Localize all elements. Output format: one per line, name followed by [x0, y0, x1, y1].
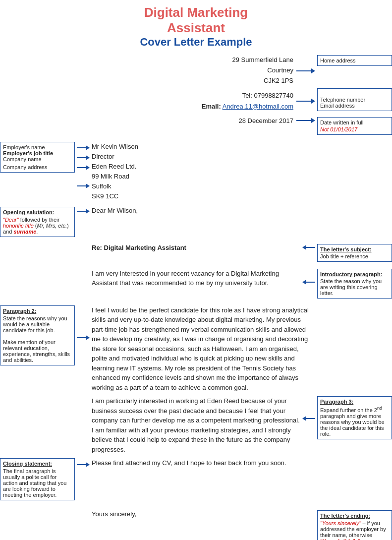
para3-val: I am particularly interested in working …: [92, 397, 300, 453]
date-value: 28 December 2017: [238, 117, 293, 124]
employer-title-val: Director: [92, 153, 114, 160]
subject-ann-body-text: Job title + reference: [320, 253, 368, 259]
address-line3: CJK2 1PS: [264, 77, 293, 84]
para1-val: I am very interested in your recent vaca…: [92, 270, 279, 287]
employer-addr1-val: 99 Milk Road: [92, 173, 129, 180]
not-date: Not 01/01/2017: [320, 126, 389, 132]
employer-name-ann: Employer's name: [3, 144, 45, 150]
para3-ann-title: Paragraph 3:: [320, 399, 389, 405]
employer-title: Director: [92, 152, 315, 162]
subject-text: Re: Digital Marketing Assistant: [92, 244, 302, 251]
salutation-title-text: Opening salutation:: [3, 209, 54, 215]
yours-sincerely-text: "Yours sincerely": [320, 520, 361, 526]
subject-val: Re: Digital Marketing Assistant: [92, 244, 186, 251]
salutation-arrow: [77, 207, 90, 214]
not-date-text: Not 01/01/2017: [320, 126, 357, 132]
home-address-text: 29 Summerfield Lane Courtney CJK2 1PS: [197, 55, 296, 86]
para3-ann-body: Expand further on the 2nd paragraph and …: [320, 406, 389, 437]
tel-line: Tel: 07998827740: [197, 90, 293, 101]
para3-ann-box: Paragraph 3: Expand further on the 2nd p…: [317, 396, 392, 439]
para1-ann-col: Introductory paragraph: State the reason…: [315, 269, 392, 301]
para4-val: Please find attached my CV, and I hope t…: [92, 459, 286, 467]
header-line2: Assistant: [167, 20, 225, 35]
intro-ann-title-text: Introductory paragraph:: [320, 271, 382, 277]
para3-row: I am particularly interested in working …: [0, 396, 392, 454]
employer-name-val: Mr Kevin Wilson: [92, 143, 138, 150]
employer-title-ann: Employer's job title: [3, 150, 53, 156]
para1-ann-box: Introductory paragraph: State the reason…: [317, 269, 392, 299]
para4-left-arrow: [77, 462, 90, 467]
header-line3: Cover Letter Example: [140, 36, 252, 48]
date-ann: Date written in full Not 01/01/2017: [315, 117, 392, 138]
salutation-text: Dear Mr Wilson,: [92, 207, 315, 214]
para2-ann-box: Paragraph 2: State the reasons why you w…: [0, 305, 75, 365]
home-address-label: Home address: [320, 58, 356, 63]
tel-email-box: Telephone number Email address: [317, 88, 392, 111]
intro-ann-body-text: State the reason why you are writing thi…: [320, 278, 382, 296]
para4-row: Closing statement: The final paragraph i…: [0, 458, 392, 503]
closing-text: Yours sincerely,: [92, 510, 315, 518]
para4-ann-col: Closing statement: The final paragraph i…: [0, 458, 77, 503]
arrow-emp-title: [77, 153, 90, 163]
para2-ann-title-text: Paragraph 2:: [3, 308, 36, 314]
header-section: Digital Marketing Assistant Cover Letter…: [0, 0, 392, 53]
subject-ann-box: The letter's subject: Job title + refere…: [317, 244, 392, 262]
address-left-spacer: [0, 55, 197, 86]
salutation-body: "Dear" followed by their honorific title…: [3, 217, 72, 235]
employer-company: Eden Reed Ltd.: [92, 162, 315, 172]
header-line1: Digital Marketing: [144, 5, 248, 20]
closing-ann-body: The final paragraph is usually a polite …: [3, 468, 72, 498]
subject-right-arrow: [302, 245, 315, 250]
para2-ann-title: Paragraph 2:: [3, 308, 72, 314]
email-value[interactable]: Andrea.11@hotmail.com: [223, 103, 293, 110]
closing-text-col: Yours sincerely,: [90, 510, 315, 518]
tel-value: Tel: 07998827740: [242, 92, 293, 99]
company-name-label: Company name: [3, 156, 72, 162]
employer-company-val: Eden Reed Ltd.: [92, 163, 136, 170]
closing-ann-title: Closing statement:: [3, 461, 72, 467]
arrow-company-addr: [77, 173, 90, 200]
tel-email-text: Tel: 07998827740 Email: Andrea.11@hotmai…: [197, 90, 296, 112]
closing-ann-body-text: The final paragraph is usually a polite …: [3, 468, 66, 498]
para3-ann-title-text: Paragraph 3:: [320, 399, 353, 405]
subject-ann-body: Job title + reference: [320, 253, 389, 259]
date-label: Date written in full: [320, 120, 363, 125]
header-subtitle: Cover Letter Example: [0, 36, 392, 49]
subject-ann-col: The letter's subject: Job title + refere…: [315, 244, 392, 265]
intro-ann-title: Introductory paragraph:: [320, 271, 389, 277]
company-addr-ann: Company address: [3, 164, 47, 170]
salutation-ann-box: Opening salutation: "Dear" followed by t…: [0, 207, 75, 237]
para1-row: I am very interested in your recent vaca…: [0, 269, 392, 301]
para3-text: I am particularly interested in working …: [92, 396, 302, 454]
employer-ann-box: Employer's name Employer's job title Com…: [0, 142, 75, 173]
para3-right-arrow: [302, 416, 315, 421]
salutation-row: Opening salutation: "Dear" followed by t…: [0, 207, 392, 240]
tel-arrow: [296, 99, 315, 104]
employer-addr2-val: Suffolk: [92, 182, 112, 190]
subject-row: Re: Digital Marketing Assistant The lett…: [0, 244, 392, 265]
salutation-text-col: Dear Mr Wilson,: [90, 207, 315, 214]
date-text: 28 December 2017: [238, 117, 296, 124]
para2-ann-body: State the reasons why you would be a sui…: [3, 315, 72, 363]
para2-row: Paragraph 2: State the reasons why you w…: [0, 305, 392, 393]
para2-ann-col: Paragraph 2: State the reasons why you w…: [0, 305, 77, 368]
home-addr-arrow: [296, 58, 315, 83]
page: Digital Marketing Assistant Cover Letter…: [0, 0, 392, 540]
ending-ann-body: "Yours sincerely" – if you addressed the…: [320, 520, 389, 540]
employer-name: Mr Kevin Wilson: [92, 142, 315, 152]
para4-ann-box: Closing statement: The final paragraph i…: [0, 458, 75, 500]
para2-text-col: I feel I would be the perfect candidate …: [90, 305, 315, 393]
header-title: Digital Marketing Assistant: [0, 5, 392, 36]
employer-arrows: [77, 142, 90, 200]
subject-text-col: Re: Digital Marketing Assistant: [90, 244, 302, 251]
salutation-val: Dear Mr Wilson,: [92, 207, 138, 214]
para3-ann-col: Paragraph 3: Expand further on the 2nd p…: [315, 396, 392, 442]
para3-text-col: I am particularly interested in working …: [90, 396, 302, 454]
para1-text-col: I am very interested in your recent vaca…: [90, 269, 302, 288]
employer-name-label: Employer's name: [3, 144, 72, 150]
employer-addr3-val: SK9 1CC: [92, 192, 118, 200]
subject-ann-title: The letter's subject:: [320, 246, 389, 252]
tel-email-row: Tel: 07998827740 Email: Andrea.11@hotmai…: [0, 88, 392, 114]
ending-ann-title-text: The letter's ending:: [320, 513, 370, 519]
para4-text: Please find attached my CV, and I hope t…: [92, 458, 315, 468]
